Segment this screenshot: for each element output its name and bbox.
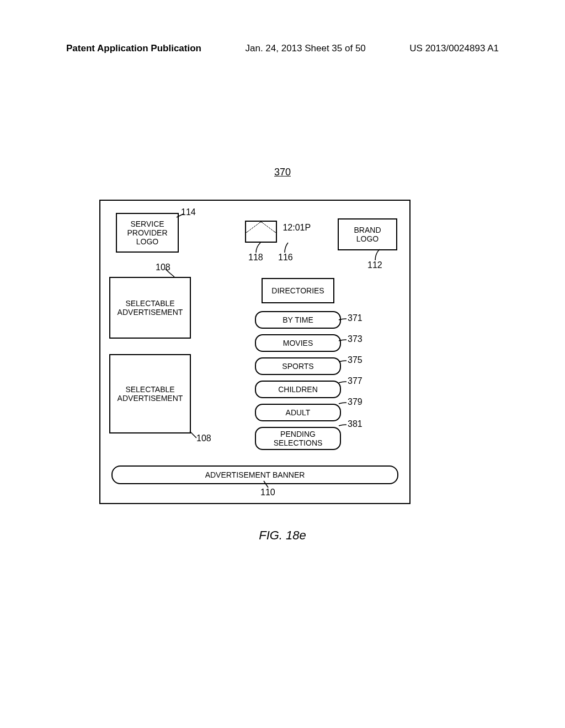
directories-heading: DIRECTORIES [262, 278, 334, 303]
brand-logo: BRANDLOGO [338, 218, 397, 250]
ref-112: 112 [367, 260, 382, 270]
ref-108b: 108 [196, 433, 211, 443]
figure-reference-number: 370 [0, 167, 565, 178]
menu-sports[interactable]: SPORTS [255, 357, 341, 375]
ref-379: 379 [348, 397, 363, 407]
patent-page: Patent Application Publication Jan. 24, … [0, 0, 565, 728]
ref-377: 377 [348, 376, 363, 386]
directory-menu: BY TIME MOVIES SPORTS CHILDREN ADULT PEN… [255, 311, 339, 456]
page-header: Patent Application Publication Jan. 24, … [66, 43, 499, 54]
menu-adult[interactable]: ADULT [255, 404, 341, 421]
selectable-advertisement-2[interactable]: SELECTABLEADVERTISEMENT [109, 354, 191, 433]
service-provider-logo: SERVICEPROVIDERLOGO [116, 213, 179, 253]
menu-by-time[interactable]: BY TIME [255, 311, 341, 329]
selectable-advertisement-1[interactable]: SELECTABLEADVERTISEMENT [109, 277, 191, 339]
ref-381: 381 [348, 419, 363, 429]
ref-116: 116 [278, 253, 293, 263]
header-date-sheet: Jan. 24, 2013 Sheet 35 of 50 [245, 43, 365, 54]
ref-110: 110 [260, 488, 275, 497]
ui-frame: SERVICEPROVIDERLOGO 12:01P BRANDLOGO SEL… [99, 200, 411, 504]
ref-114: 114 [181, 207, 196, 217]
mail-icon [245, 221, 277, 243]
ref-375: 375 [348, 355, 363, 365]
figure-caption: FIG. 18e [0, 528, 565, 543]
header-pubnum: US 2013/0024893 A1 [409, 43, 499, 54]
clock-time: 12:01P [282, 221, 311, 233]
menu-children[interactable]: CHILDREN [255, 381, 341, 398]
ref-108a: 108 [156, 263, 170, 272]
menu-movies[interactable]: MOVIES [255, 334, 341, 352]
header-publication: Patent Application Publication [66, 43, 201, 54]
menu-pending-selections[interactable]: PENDINGSELECTIONS [255, 427, 341, 450]
ref-371: 371 [348, 313, 363, 323]
advertisement-banner[interactable]: ADVERTISEMENT BANNER [111, 465, 398, 484]
ref-373: 373 [348, 334, 363, 344]
ref-118: 118 [248, 253, 263, 263]
mail-time-group: 12:01P [245, 221, 311, 243]
